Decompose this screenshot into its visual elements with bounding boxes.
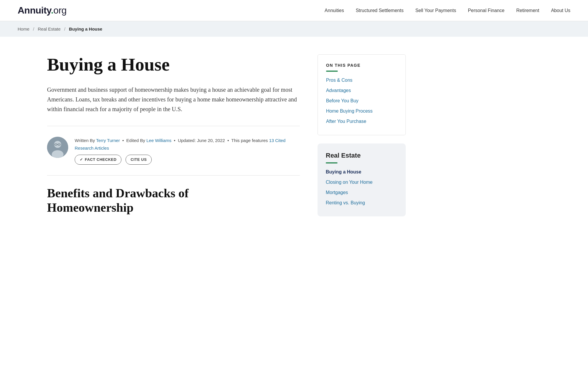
on-this-page-item: Home Buying Process xyxy=(326,108,397,114)
on-this-page-box: ON THIS PAGE Pros & Cons Advantages Befo… xyxy=(318,54,406,135)
cited-prefix: This page features xyxy=(231,138,268,143)
content-area: Buying a House Government and business s… xyxy=(47,54,300,216)
page-title: Buying a House xyxy=(47,54,300,74)
nav-personal-finance[interactable]: Personal Finance xyxy=(468,8,505,13)
divider-1 xyxy=(47,126,300,126)
real-estate-item-closing: Closing on Your Home xyxy=(326,179,397,185)
real-estate-item-buying: Buying a House xyxy=(326,169,397,175)
check-icon: ✓ xyxy=(80,156,83,163)
intro-text: Government and business support of homeo… xyxy=(47,85,300,114)
editor-link[interactable]: Lee Williams xyxy=(146,138,171,143)
nav-annuities[interactable]: Annuities xyxy=(325,8,344,13)
real-estate-item-mortgages: Mortgages xyxy=(326,189,397,196)
author-line: Written By Terry Turner • Edited By Lee … xyxy=(75,137,300,152)
on-this-page-item: Before You Buy xyxy=(326,98,397,104)
section-heading-line2: Homeownership xyxy=(47,201,133,214)
cite-us-badge[interactable]: CITE US xyxy=(126,155,152,165)
on-this-page-link-before[interactable]: Before You Buy xyxy=(326,98,358,103)
on-this-page-accent xyxy=(326,71,338,72)
breadcrumb: Home / Real Estate / Buying a House xyxy=(0,21,588,37)
on-this-page-title: ON THIS PAGE xyxy=(326,63,397,68)
breadcrumb-sep-1: / xyxy=(33,26,34,31)
nav-about-us[interactable]: About Us xyxy=(551,8,570,13)
real-estate-link-closing[interactable]: Closing on Your Home xyxy=(326,180,372,185)
on-this-page-link-after[interactable]: After You Purchase xyxy=(326,119,366,124)
nav-structured-settlements[interactable]: Structured Settlements xyxy=(356,8,404,13)
nav-sell-payments[interactable]: Sell Your Payments xyxy=(415,8,456,13)
author-link[interactable]: Terry Turner xyxy=(96,138,120,143)
on-this-page-list: Pros & Cons Advantages Before You Buy Ho… xyxy=(326,77,397,124)
badges: ✓ FACT CHECKED CITE US xyxy=(75,155,300,165)
real-estate-title: Real Estate xyxy=(326,152,397,159)
main-layout: Buying a House Government and business s… xyxy=(0,37,588,234)
on-this-page-item: Advantages xyxy=(326,87,397,94)
breadcrumb-current: Buying a House xyxy=(69,26,102,31)
author-avatar xyxy=(47,137,68,158)
nav-retirement[interactable]: Retirement xyxy=(516,8,539,13)
on-this-page-link-pros[interactable]: Pros & Cons xyxy=(326,78,353,83)
real-estate-link-mortgages[interactable]: Mortgages xyxy=(326,190,348,195)
breadcrumb-sep-2: / xyxy=(64,26,65,31)
real-estate-link-renting[interactable]: Renting vs. Buying xyxy=(326,200,365,205)
updated-date: Updated: June 20, 2022 xyxy=(178,138,225,143)
logo-org: org xyxy=(54,5,67,16)
divider-2 xyxy=(47,175,300,176)
on-this-page-item: After You Purchase xyxy=(326,118,397,124)
fact-checked-badge[interactable]: ✓ FACT CHECKED xyxy=(75,155,121,165)
written-by-label: Written By xyxy=(75,138,95,143)
on-this-page-link-advantages[interactable]: Advantages xyxy=(326,88,351,93)
main-nav: Annuities Structured Settlements Sell Yo… xyxy=(325,8,570,13)
logo-dot: . xyxy=(51,5,53,16)
breadcrumb-real-estate[interactable]: Real Estate xyxy=(38,26,61,31)
edited-by-label: Edited By xyxy=(126,138,145,143)
sidebar: ON THIS PAGE Pros & Cons Advantages Befo… xyxy=(318,54,406,216)
avatar-image xyxy=(47,137,68,158)
on-this-page-link-process[interactable]: Home Buying Process xyxy=(326,108,372,113)
real-estate-link-buying[interactable]: Buying a House xyxy=(326,169,361,174)
site-logo[interactable]: Annuity.org xyxy=(18,5,66,16)
author-info: Written By Terry Turner • Edited By Lee … xyxy=(75,137,300,165)
real-estate-item-renting: Renting vs. Buying xyxy=(326,200,397,206)
real-estate-list: Buying a House Closing on Your Home Mort… xyxy=(326,169,397,206)
site-header: Annuity.org Annuities Structured Settlem… xyxy=(0,0,588,21)
section-heading-line1: Benefits and Drawbacks of xyxy=(47,186,189,200)
section-heading: Benefits and Drawbacks of Homeownership xyxy=(47,186,300,215)
breadcrumb-home[interactable]: Home xyxy=(18,26,29,31)
logo-annuity: Annuity xyxy=(18,5,51,16)
cite-us-label: CITE US xyxy=(131,156,147,163)
fact-checked-label: FACT CHECKED xyxy=(85,156,117,163)
real-estate-box: Real Estate Buying a House Closing on Yo… xyxy=(318,143,406,216)
author-block: Written By Terry Turner • Edited By Lee … xyxy=(47,137,300,165)
real-estate-accent xyxy=(326,162,338,163)
on-this-page-item: Pros & Cons xyxy=(326,77,397,83)
